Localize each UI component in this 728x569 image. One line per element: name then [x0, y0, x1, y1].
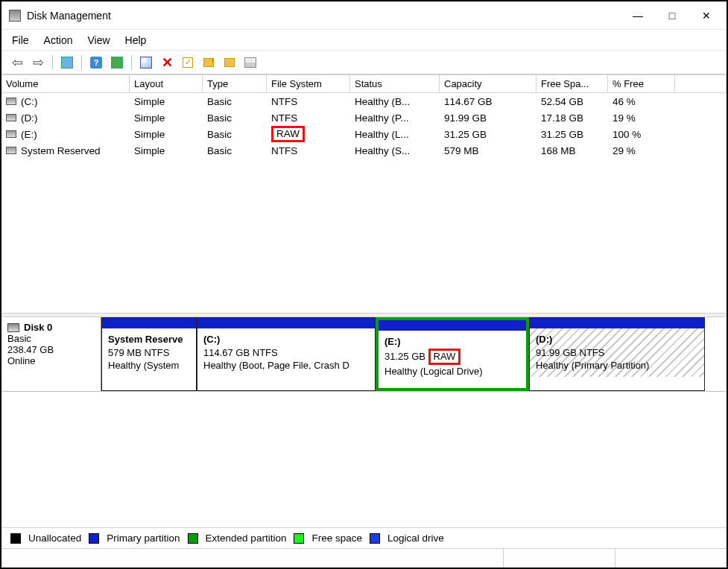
import-button[interactable] [200, 54, 217, 71]
refresh-icon [111, 57, 123, 69]
partition-status: Healthy (Primary Partition) [536, 359, 698, 372]
menu-file[interactable]: File [12, 34, 29, 46]
view-list-button[interactable] [242, 54, 259, 71]
partition[interactable]: (D:)91.99 GB NTFSHealthy (Primary Partit… [529, 317, 705, 391]
volume-status: Healthy (P... [350, 112, 440, 124]
partition-name: System Reserve [108, 333, 190, 346]
swatch-unallocated [10, 533, 21, 544]
fs-highlight: RAW [271, 126, 305, 142]
col-pctfree[interactable]: % Free [608, 75, 675, 93]
volume-capacity: 31.25 GB [440, 129, 536, 140]
check-icon: ✓ [183, 57, 193, 68]
partition[interactable]: (C:)114.67 GB NTFSHealthy (Boot, Page Fi… [197, 317, 376, 391]
disk-type: Basic [7, 333, 95, 344]
partition-color-bar [530, 318, 704, 328]
legend-free: Free space [311, 533, 362, 544]
volume-row[interactable]: (E:)SimpleBasicRAWHealthy (L...31.25 GB3… [1, 126, 727, 142]
close-button[interactable]: ✕ [689, 4, 724, 28]
swatch-logical [370, 533, 380, 544]
delete-button[interactable]: ✕ [159, 54, 175, 71]
explore-button[interactable] [221, 54, 238, 71]
drive-icon [6, 98, 16, 105]
window-title: Disk Management [27, 10, 111, 22]
volume-free: 52.54 GB [536, 96, 608, 107]
drive-icon [6, 147, 16, 154]
swatch-free [294, 533, 304, 544]
help-button[interactable]: ? [88, 54, 104, 71]
disk-row[interactable]: Disk 0 Basic 238.47 GB Online System Res… [1, 317, 727, 392]
partition[interactable]: (E:)31.25 GB RAWHealthy (Logical Drive) [376, 317, 529, 391]
partition-name: (C:) [203, 333, 369, 346]
col-capacity[interactable]: Capacity [440, 75, 536, 93]
volume-type: Basic [203, 145, 267, 156]
app-icon [9, 10, 21, 22]
volume-capacity: 579 MB [440, 145, 536, 156]
forward-button[interactable] [30, 54, 46, 71]
mark-button[interactable]: ✓ [180, 54, 196, 71]
volume-capacity: 91.99 GB [440, 112, 536, 124]
volume-pctfree: 46 % [608, 96, 675, 107]
magnifier-icon [140, 57, 152, 69]
refresh-button[interactable] [109, 54, 125, 71]
volume-name: System Reserved [21, 145, 101, 156]
disk-label: Disk 0 [24, 322, 52, 333]
disk-info[interactable]: Disk 0 Basic 238.47 GB Online [1, 317, 101, 391]
help-icon: ? [90, 57, 102, 69]
titlebar: Disk Management — □ ✕ [1, 1, 727, 30]
volume-list: Volume Layout Type File System Status Ca… [1, 74, 727, 313]
disk-size: 238.47 GB [7, 344, 95, 355]
fs-highlight: RAW [428, 349, 461, 365]
drive-icon [6, 130, 16, 138]
volume-fs: NTFS [267, 96, 350, 107]
volume-name: (C:) [21, 96, 38, 107]
folder-search-icon [224, 58, 235, 67]
legend: Unallocated Primary partition Extended p… [1, 527, 727, 548]
col-volume[interactable]: Volume [1, 75, 130, 93]
partition-name: (D:) [536, 333, 698, 346]
minimize-button[interactable]: — [621, 4, 655, 28]
volume-free: 17.18 GB [536, 112, 608, 124]
partition-size-fs: 31.25 GB RAW [384, 349, 520, 365]
volume-row[interactable]: System ReservedSimpleBasicNTFSHealthy (S… [1, 142, 727, 159]
col-type[interactable]: Type [203, 75, 267, 93]
maximize-button[interactable]: □ [655, 4, 689, 28]
volume-fs: RAW [267, 126, 350, 142]
list-icon [244, 57, 256, 68]
volume-layout: Simple [130, 145, 203, 156]
volume-row[interactable]: (D:)SimpleBasicNTFSHealthy (P...91.99 GB… [1, 109, 727, 126]
statusbar [1, 548, 727, 568]
volume-status: Healthy (L... [350, 129, 440, 140]
swatch-extended [188, 533, 198, 544]
volume-layout: Simple [130, 129, 203, 140]
partition-status: Healthy (Logical Drive) [384, 365, 520, 378]
volume-name: (D:) [21, 112, 38, 124]
col-free[interactable]: Free Spa... [536, 75, 608, 93]
partition-name: (E:) [384, 335, 520, 349]
properties-button[interactable] [59, 54, 75, 71]
volume-pctfree: 100 % [608, 129, 675, 140]
menu-view[interactable]: View [87, 34, 110, 46]
menu-help[interactable]: Help [125, 34, 147, 46]
volume-row[interactable]: (C:)SimpleBasicNTFSHealthy (B...114.67 G… [1, 93, 727, 109]
volume-type: Basic [203, 129, 267, 140]
partition-color-bar [102, 318, 196, 328]
rescan-button[interactable] [138, 54, 154, 71]
back-button[interactable] [9, 54, 25, 71]
properties-icon [61, 57, 73, 69]
volume-pctfree: 29 % [608, 145, 675, 156]
partition[interactable]: System Reserve579 MB NTFSHealthy (System [101, 317, 197, 391]
swatch-primary [89, 533, 99, 544]
partition-status: Healthy (Boot, Page File, Crash D [203, 359, 369, 372]
col-fs[interactable]: File System [267, 75, 350, 93]
menubar: File Action View Help [1, 30, 727, 51]
disk-state: Online [7, 355, 95, 366]
volume-list-body[interactable]: (C:)SimpleBasicNTFSHealthy (B...114.67 G… [1, 93, 727, 313]
volume-free: 168 MB [536, 145, 608, 156]
col-status[interactable]: Status [350, 75, 440, 93]
volume-type: Basic [203, 112, 267, 124]
menu-action[interactable]: Action [44, 34, 73, 46]
volume-layout: Simple [130, 112, 203, 124]
drive-icon [6, 114, 16, 121]
volume-fs: NTFS [267, 112, 350, 124]
col-layout[interactable]: Layout [130, 75, 203, 93]
